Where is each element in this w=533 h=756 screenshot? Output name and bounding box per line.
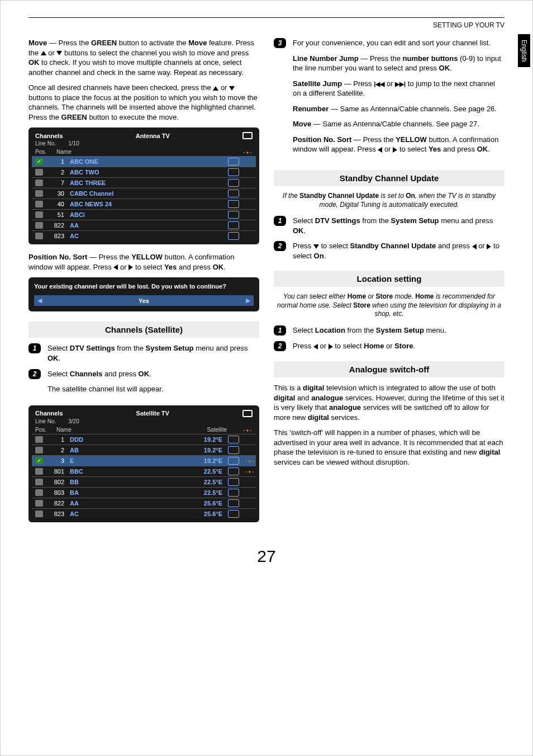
step-badge-1: 1 <box>28 343 41 353</box>
channels-satellite-panel: Channels Satellite TV Line No. 3/20 Pos.… <box>28 405 259 522</box>
encrypted-icon: ⬩⬥⬩ <box>245 457 253 464</box>
col-pos: Pos. <box>35 427 46 433</box>
standby-step-2: Press to select Standby Channel Update a… <box>293 241 505 261</box>
tv-type-icon <box>228 158 239 166</box>
right-column: 3 For your convenience, you can edit and… <box>274 38 505 530</box>
channel-satellite: 22.5°E <box>194 479 222 485</box>
down-arrow-icon <box>313 244 319 249</box>
page-number: 27 <box>28 547 505 566</box>
dialog-yes: Yes <box>42 297 246 304</box>
key-icon: ⬩⬥⬩ <box>242 149 253 155</box>
right-arrow-icon: ▶ <box>246 297 250 304</box>
panel-title: Channels <box>35 410 63 417</box>
channel-row: ✓3E19.2°E⬩⬥⬩ <box>32 455 256 466</box>
up-arrow-icon <box>41 51 46 55</box>
check-chip <box>35 179 43 186</box>
check-chip <box>35 500 43 507</box>
channel-satellite: 19.2°E <box>194 447 222 453</box>
channel-name: AB <box>70 447 189 453</box>
header-title: SETTING UP YOUR TV <box>28 21 505 29</box>
channel-row: 822AA <box>32 220 256 230</box>
channel-satellite: 25.6°E <box>194 500 222 507</box>
location-heading: Location setting <box>274 271 505 287</box>
channel-row: 1DDD19.2°E <box>32 434 256 445</box>
check-chip: ✓ <box>35 457 43 464</box>
channel-row: 30CABC Channel <box>32 188 256 199</box>
language-tab: English <box>518 34 530 67</box>
analogue-p1: This is a digital television which is in… <box>274 383 505 422</box>
tv-type-icon <box>228 489 239 497</box>
position-sort-paragraph: Position No. Sort — Press the YELLOW but… <box>28 252 259 272</box>
location-step-2: Press or to select Home or Store. <box>293 341 505 351</box>
tv-type-icon <box>228 190 239 197</box>
down-arrow-icon <box>229 86 235 91</box>
channels-satellite-heading: Channels (Satellite) <box>28 322 259 338</box>
step-3-body: For your convenience, you can edit and s… <box>293 38 505 160</box>
tv-type-icon <box>228 232 239 240</box>
channel-row: 822AA25.6°E <box>32 498 256 508</box>
tv-type-icon <box>228 436 239 443</box>
channel-row: 823AC25.6°E <box>32 508 256 519</box>
check-chip <box>35 201 43 207</box>
up-arrow-icon <box>213 86 218 91</box>
skip-back-icon: |◀◀ <box>374 80 384 88</box>
check-chip <box>35 233 43 239</box>
tv-icon <box>242 410 253 417</box>
check-chip <box>35 211 43 218</box>
check-chip <box>35 190 43 197</box>
left-arrow-icon: ◀ <box>37 297 42 304</box>
tv-type-icon <box>228 478 239 486</box>
channel-name: BBC <box>70 468 189 475</box>
confirm-dialog: Your existing channel order will be lost… <box>28 277 259 311</box>
left-arrow-icon <box>472 244 477 249</box>
skip-forward-icon: ▶▶| <box>395 80 406 88</box>
panel-mode: Satellite TV <box>136 410 169 417</box>
move-paragraph-2: Once all desired channels have been chec… <box>28 83 259 122</box>
channel-name: AC <box>70 511 189 517</box>
channel-name: ABC NEWS 24 <box>70 201 222 207</box>
channel-name: AA <box>70 500 189 507</box>
channel-name: ABC THREE <box>70 179 222 186</box>
step-badge-2: 2 <box>274 341 286 351</box>
channel-name: BB <box>70 479 189 485</box>
channel-pos: 2 <box>49 447 64 453</box>
step-badge-1: 1 <box>274 216 286 226</box>
channel-pos: 3 <box>49 457 64 464</box>
channel-name: E <box>70 457 189 464</box>
check-chip: ✓ <box>35 158 43 165</box>
standby-sub: If the Standby Channel Update is set to … <box>274 192 505 209</box>
channel-name: BA <box>70 489 189 496</box>
channel-name: DDD <box>70 436 189 443</box>
check-chip <box>35 468 43 475</box>
tv-type-icon <box>228 457 239 465</box>
line-no-label: Line No. <box>35 140 56 147</box>
down-arrow-icon <box>56 51 62 55</box>
sat-step-1: Select DTV Settings from the System Setu… <box>47 343 259 363</box>
tv-type-icon <box>228 499 239 507</box>
channels-antenna-panel: Channels Antenna TV Line No. 1/10 Pos. N… <box>28 127 259 244</box>
channel-name: ABC ONE <box>70 158 222 165</box>
location-sub: You can select either Home or Store mode… <box>274 292 505 319</box>
channel-name: AA <box>70 222 222 229</box>
standby-step-1: Select DTV Settings from the System Setu… <box>293 216 505 235</box>
channel-pos: 7 <box>49 179 64 186</box>
channel-satellite: 19.2°E <box>194 457 222 464</box>
channel-row: 51ABCi <box>32 209 256 220</box>
channel-name: ABC TWO <box>70 169 222 176</box>
tv-type-icon <box>228 211 239 219</box>
check-chip <box>35 222 43 229</box>
analogue-p2: This 'switch-off' will happen in a numbe… <box>274 428 505 467</box>
channel-pos: 51 <box>49 211 64 218</box>
check-chip <box>35 489 43 496</box>
channel-pos: 823 <box>49 511 64 517</box>
panel-title: Channels <box>35 133 63 139</box>
channel-row: 40ABC NEWS 24 <box>32 199 256 209</box>
tv-type-icon <box>228 179 239 187</box>
encrypted-icon: ⬩⬥⬩ <box>245 468 253 474</box>
channel-pos: 823 <box>49 233 64 239</box>
analogue-heading: Analogue switch-off <box>274 361 505 377</box>
key-icon: ⬩⬥⬩ <box>242 427 253 433</box>
panel-mode: Antenna TV <box>136 133 170 139</box>
channel-name: AC <box>70 233 222 239</box>
tv-type-icon <box>228 446 239 454</box>
